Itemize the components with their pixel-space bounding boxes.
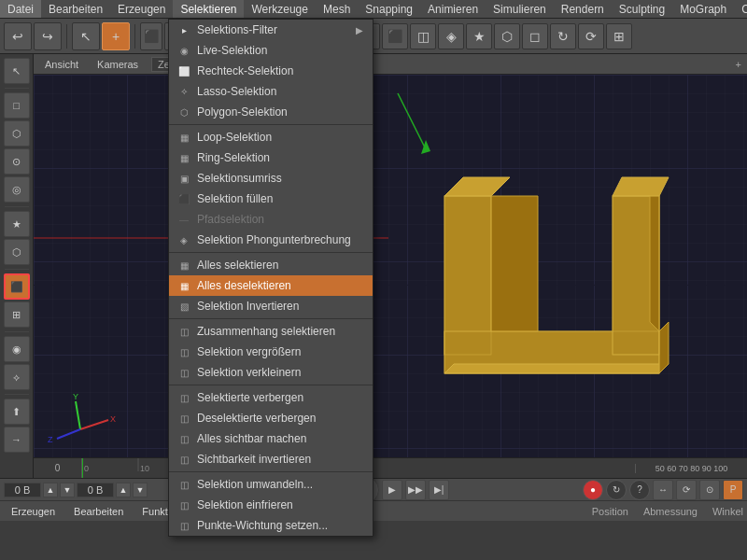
dd-label-invert: Selektion Invertieren <box>197 300 299 313</box>
dd-icon-filter: ▸ <box>176 22 191 37</box>
dd-icon-all: ▦ <box>176 258 191 273</box>
dd-label-hide-sel: Selektierte verbergen <box>197 391 303 404</box>
dd-icon-lasso: ⟡ <box>176 84 191 99</box>
dd-invert-sel[interactable]: ▧ Selektion Invertieren <box>169 296 373 316</box>
menu-bearbeiten[interactable]: Bearbeiten <box>41 0 110 18</box>
dd-icon-convert: ◫ <box>176 477 191 492</box>
dd-label-loop: Loop-Selektion <box>197 131 272 144</box>
menu-mesh[interactable]: Mesh <box>316 0 358 18</box>
dd-invert-vis[interactable]: ◫ Sichtbarkeit invertieren <box>169 449 373 469</box>
dd-grow-sel[interactable]: ◫ Selektion vergrößern <box>169 342 373 362</box>
dd-icon-phong: ◈ <box>176 232 191 247</box>
dd-loop-sel[interactable]: ▦ Loop-Selektion <box>169 127 373 147</box>
dd-label-freeze: Selektion einfrieren <box>197 498 293 511</box>
dd-lasso-sel[interactable]: ⟡ Lasso-Selektion <box>169 81 373 102</box>
dd-sep3 <box>169 318 373 319</box>
dd-ring-sel[interactable]: ▦ Ring-Selektion <box>169 147 373 168</box>
dd-outline-sel[interactable]: ▣ Selektionsumriss <box>169 168 373 189</box>
dd-label-fill: Selektion füllen <box>197 192 273 205</box>
dd-label-desel: Alles deselektieren <box>197 279 291 292</box>
dd-hide-sel[interactable]: ◫ Selektierte verbergen <box>169 387 373 408</box>
dropdown-overlay[interactable]: ▸ Selektions-Filter ▶ ◉ Live-Selektion ⬜… <box>0 19 747 560</box>
dd-sep5 <box>169 471 373 472</box>
dd-label-lasso: Lasso-Selektion <box>197 85 276 98</box>
dd-sep2 <box>169 252 373 253</box>
dd-icon-loop: ▦ <box>176 130 191 145</box>
dd-label-all: Alles selektieren <box>197 259 278 272</box>
dd-label-live: Live-Selektion <box>197 44 267 57</box>
menu-datei[interactable]: Datei <box>0 0 41 18</box>
dd-icon-invert-vis: ◫ <box>176 452 191 467</box>
dd-show-all[interactable]: ◫ Alles sichtbar machen <box>169 428 373 449</box>
dd-phong-sel[interactable]: ◈ Selektion Phongunterbrechung <box>169 230 373 250</box>
dd-icon-outline: ▣ <box>176 171 191 186</box>
dd-icon-freeze: ◫ <box>176 497 191 512</box>
menu-sculpting[interactable]: Sculpting <box>612 0 672 18</box>
dd-label-grow: Selektion vergrößern <box>197 345 301 358</box>
menu-mograph[interactable]: MoGraph <box>672 0 734 18</box>
dd-icon-hide-sel: ◫ <box>176 390 191 405</box>
dd-label-phong: Selektion Phongunterbrechung <box>197 233 351 246</box>
dd-icon-invert: ▧ <box>176 299 191 314</box>
dd-sep4 <box>169 385 373 385</box>
dd-hide-desel[interactable]: ◫ Deselektierte verbergen <box>169 408 373 428</box>
dd-icon-fill: ⬛ <box>176 191 191 206</box>
dd-label-show-all: Alles sichtbar machen <box>197 432 306 445</box>
dd-icon-rect: ⬜ <box>176 63 191 78</box>
dd-label-path: Pfadselektion <box>197 213 264 226</box>
dd-label-point: Punkte-Wichtung setzen... <box>197 519 328 532</box>
dd-icon-desel: ▦ <box>176 278 191 293</box>
dd-label-poly: Polygon-Selektion <box>197 105 288 119</box>
menubar: Datei Bearbeiten Erzeugen Selektieren We… <box>0 0 747 19</box>
dd-icon-conn: ◫ <box>176 324 191 339</box>
dd-sel-filter[interactable]: ▸ Selektions-Filter ▶ <box>169 20 373 40</box>
dd-arrow-filter: ▶ <box>356 25 363 35</box>
dd-fill-sel[interactable]: ⬛ Selektion füllen <box>169 189 373 209</box>
menu-erzeugen[interactable]: Erzeugen <box>110 0 173 18</box>
menu-rendern[interactable]: Rendern <box>554 0 612 18</box>
dd-desel-all[interactable]: ▦ Alles deselektieren <box>169 275 373 296</box>
dd-label-convert: Selektion umwandeln... <box>197 478 313 491</box>
dd-rect-sel[interactable]: ⬜ Rechteck-Selektion <box>169 61 373 81</box>
dd-icon-path: — <box>176 212 191 227</box>
dd-label-shrink: Selektion verkleinern <box>197 366 301 379</box>
dd-point-weight[interactable]: ◫ Punkte-Wichtung setzen... <box>169 515 373 536</box>
dd-icon-show-all: ◫ <box>176 431 191 446</box>
dd-icon-grow: ◫ <box>176 344 191 359</box>
dd-label-conn: Zusammenhang selektieren <box>197 325 335 338</box>
dropdown-menu: ▸ Selektions-Filter ▶ ◉ Live-Selektion ⬜… <box>168 19 374 537</box>
dd-icon-ring: ▦ <box>176 150 191 165</box>
dd-live-sel[interactable]: ◉ Live-Selektion <box>169 40 373 61</box>
dd-path-sel: — Pfadselektion <box>169 209 373 230</box>
dd-icon-poly: ⬡ <box>176 105 191 119</box>
menu-simulieren[interactable]: Simulieren <box>486 0 554 18</box>
dd-conn-sel[interactable]: ◫ Zusammenhang selektieren <box>169 321 373 342</box>
menu-charakter[interactable]: Charak... <box>734 0 747 18</box>
dd-label-invert-vis: Sichtbarkeit invertieren <box>197 453 311 466</box>
dd-icon-hide-desel: ◫ <box>176 411 191 426</box>
dd-icon-live: ◉ <box>176 43 191 58</box>
dd-icon-point: ◫ <box>176 518 191 533</box>
dd-all-sel[interactable]: ▦ Alles selektieren <box>169 255 373 275</box>
dd-freeze-sel[interactable]: ◫ Selektion einfrieren <box>169 495 373 515</box>
dd-convert-sel[interactable]: ◫ Selektion umwandeln... <box>169 474 373 495</box>
dd-sep1 <box>169 124 373 125</box>
dd-label-outline: Selektionsumriss <box>197 172 282 185</box>
dd-icon-shrink: ◫ <box>176 365 191 380</box>
dd-poly-sel[interactable]: ⬡ Polygon-Selektion <box>169 102 373 122</box>
menu-animieren[interactable]: Animieren <box>420 0 486 18</box>
dd-label-ring: Ring-Selektion <box>197 151 270 164</box>
dd-label-rect: Rechteck-Selektion <box>197 64 293 77</box>
dd-shrink-sel[interactable]: ◫ Selektion verkleinern <box>169 362 373 383</box>
menu-werkzeuge[interactable]: Werkzeuge <box>244 0 315 18</box>
menu-selektieren[interactable]: Selektieren <box>173 0 244 18</box>
menu-snapping[interactable]: Snapping <box>358 0 420 18</box>
dd-label-filter: Selektions-Filter <box>197 23 277 36</box>
dd-label-hide-desel: Deselektierte verbergen <box>197 412 316 425</box>
